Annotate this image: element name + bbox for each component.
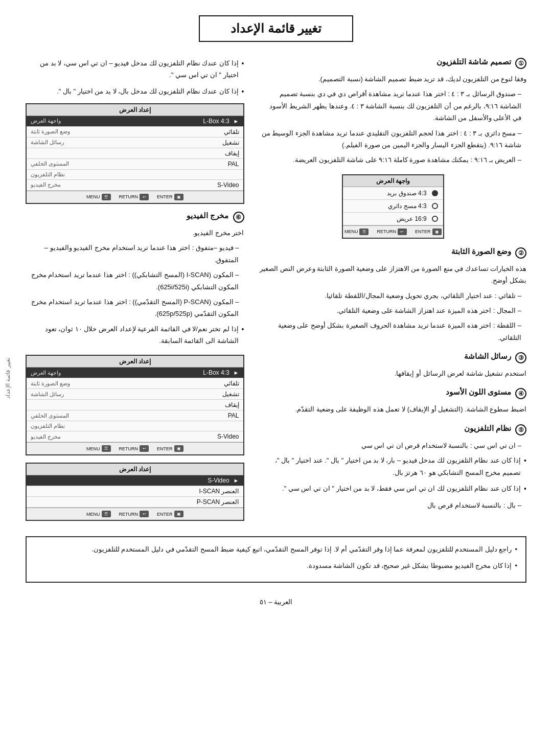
- section-messages-num: ③: [515, 352, 526, 363]
- section-tv-design-header: ① تصميم شاشة التلفزيون: [260, 57, 527, 69]
- section-video-output: ⑥ مخرج الفيديو اختر مخرج الفيديو. فيديو …: [26, 211, 244, 347]
- aspect-row-2: 4:3 مسح دائري: [343, 200, 443, 213]
- dt1-row-4: إيقاف: [27, 148, 243, 159]
- section-messages-body: استخدم تشغيل شاشة لعرض الرسائل أو إيقافه…: [260, 368, 527, 379]
- section-still-image: ② وضع الصورة الثابتة هذه الخيارات تساعدك…: [260, 247, 527, 343]
- dt2-row-3: تشغيل رسائل الشاشة: [27, 389, 243, 400]
- dt2-row-2: تلقائي وضع الصورة ثابتة: [27, 378, 243, 389]
- left-bullet-2: إذا كان عندك نظام التلفزيون لك مدخل بال،…: [26, 85, 244, 98]
- section-still-image-title: وضع الصورة الثابتة: [451, 247, 511, 256]
- bottom-note-2: إذا كان مخرج الفيديو مضبوطا بشكل غير صحي…: [35, 560, 517, 571]
- video-output-bullet-1: إذا لم تختر نعم/لا في القائمة الفرعية لإ…: [26, 323, 244, 347]
- aspect-label-2: 4:3 مسح دائري: [388, 202, 426, 210]
- section-black-level: ④ مستوى اللون الأسود اضبط سطوع الشاشة. (…: [260, 387, 527, 415]
- radio-dot-2: [432, 203, 438, 209]
- display-table-1: إعداد العرض ► 4:3 L-Box واجهة العرض تلقا…: [26, 103, 244, 204]
- page-title-box: تغيير قائمة الإعداد: [199, 15, 353, 42]
- dt1-row-1: ► 4:3 L-Box واجهة العرض: [27, 116, 243, 127]
- bottom-notes-list: راجع دليل المستخدم للتلفزيون لمعرفة عما …: [35, 543, 517, 571]
- aspect-table-header: واجهة العرض: [343, 175, 443, 187]
- right-col: ① تصميم شاشة التلفزيون وفقا لنوع من التل…: [260, 57, 527, 528]
- section-messages: ③ رسائل الشاشة استخدم تشغيل شاشة لعرض ال…: [260, 352, 527, 379]
- aspect-row-1: 4:3 صندوق بريد: [343, 187, 443, 200]
- section-still-image-body: هذه الخيارات تساعدك في منع الصورة من الا…: [260, 263, 527, 343]
- section-video-output-header: ⑥ مخرج الفيديو: [26, 211, 244, 223]
- section-video-output-num: ⑥: [233, 212, 244, 223]
- tv-system-bullets: إذا كان عند نظام التلفزيون لك مدخل فيديو…: [260, 454, 527, 495]
- section-tv-system-header: ⑤ نظام التلفزيون: [260, 424, 527, 436]
- section-black-level-num: ④: [515, 388, 526, 399]
- radio-dot-3: [432, 216, 438, 222]
- return-btn: ↩ RETURN: [377, 228, 407, 235]
- aspect-label-3: 16:9 عريض: [397, 215, 427, 222]
- section-video-output-title: مخرج الفيديو: [187, 211, 228, 220]
- section-tv-system-title: نظام التلفزيون: [464, 424, 511, 433]
- dt2-row-4: إيقاف: [27, 400, 243, 410]
- dt2-row-7: S-Video مخرج الفيديو: [27, 431, 243, 442]
- aspect-table: واجهة العرض 4:3 صندوق بريد 4:3 مسح دائري…: [342, 174, 444, 239]
- section-tv-design: ① تصميم شاشة التلفزيون وفقا لنوع من التل…: [260, 57, 527, 239]
- dt2-footer: ▣ ENTER ↩ RETURN ☰ MENU: [27, 442, 243, 454]
- section-tv-system-num: ⑤: [515, 424, 526, 436]
- section-still-image-header: ② وضع الصورة الثابتة: [260, 247, 527, 259]
- aspect-row-3: 16:9 عريض: [343, 213, 443, 225]
- main-content: ① تصميم شاشة التلفزيون وفقا لنوع من التل…: [26, 57, 526, 528]
- enter-btn: ▣ ENTER: [415, 228, 442, 235]
- menu-btn: ☰ MENU: [344, 228, 369, 235]
- dt3-row-2: العنصر I-SCAN: [27, 486, 243, 497]
- dt1-row-7: S-Video مخرج الفيديو: [27, 180, 243, 191]
- display-table-3: إعداد العرض ► S-Video العنصر I-SCAN العن…: [26, 463, 244, 521]
- display-table-2: إعداد العرض ► 4:3 L-Box واجهة العرض تلقا…: [26, 355, 244, 455]
- section-still-image-num: ②: [515, 247, 526, 259]
- dt3-row-3: العنصر P-SCAN: [27, 497, 243, 508]
- dt2-row-1: ► 4:3 L-Box واجهة العرض: [27, 368, 243, 378]
- tv-system-bullet-1: إذا كان عند نظام التلفزيون لك مدخل فيديو…: [260, 454, 527, 478]
- dt1-row-5: PAL المستوى الخلفي: [27, 159, 243, 170]
- dt1-row-2: تلقائي وضع الصورة ثابتة: [27, 127, 243, 138]
- dt3-row-1: ► S-Video: [27, 475, 243, 486]
- section-tv-system: ⑤ نظام التلفزيون ان تي اس سي : بالنسبة ل…: [260, 424, 527, 512]
- display-table-1-header: إعداد العرض: [27, 104, 243, 116]
- dt1-row-3: تشغيل رسائل الشاشة: [27, 138, 243, 148]
- dt2-row-6: نظام التلفزيون: [27, 421, 243, 431]
- left-tv-system-bullets: إذا كان عندك نظام التلفزيون لك مدخل فيدي…: [26, 57, 244, 98]
- tv-system-bullet-2: إذا كان عند نظام التلفزيون لك ان تي اس س…: [260, 483, 527, 495]
- dt1-footer: ▣ ENTER ↩ RETURN ☰ MENU: [27, 191, 243, 203]
- section-video-output-body: اختر مخرج الفيديو. فيديو –متفوق : اختر ه…: [26, 227, 244, 347]
- section-tv-design-title: تصميم شاشة التلفزيون: [436, 57, 511, 66]
- left-bullet-1: إذا كان عندك نظام التلفزيون لك مدخل فيدي…: [26, 57, 244, 81]
- bottom-note-1: راجع دليل المستخدم للتلفزيون لمعرفة عما …: [35, 543, 517, 555]
- video-output-bullets: إذا لم تختر نعم/لا في القائمة الفرعية لإ…: [26, 323, 244, 347]
- page-container: تغيير قائمة الإعداد ① تصميم شاشة التلفزي…: [0, 0, 552, 756]
- dt2-row-5: PAL المستوى الخلفي: [27, 410, 243, 421]
- aspect-label-1: 4:3 صندوق بريد: [387, 190, 426, 197]
- aspect-table-footer: ▣ ENTER ↩ RETURN ☰ MENU: [343, 225, 443, 238]
- dt1-row-6: نظام التلفزيون: [27, 170, 243, 180]
- section-messages-header: ③ رسائل الشاشة: [260, 352, 527, 363]
- section-tv-design-body: وفقا لنوع من التلفزيون لديك، قد تريد ضبط…: [260, 73, 527, 166]
- dt2-header: إعداد العرض: [27, 356, 243, 368]
- dt3-header: إعداد العرض: [27, 464, 243, 475]
- section-messages-title: رسائل الشاشة: [464, 352, 511, 361]
- section-tv-design-num: ①: [515, 58, 526, 69]
- left-col: إذا كان عندك نظام التلفزيون لك مدخل فيدي…: [26, 57, 244, 528]
- section-black-level-body: اضبط سطوع الشاشة. (التشغيل أو الإيقاف) ل…: [260, 403, 527, 415]
- section-tv-system-body: ان تي اس سي : بالنسبة لاستخدام قرص ان تي…: [260, 440, 527, 512]
- page-footer: العربية – ٥١: [26, 598, 526, 606]
- radio-dot-1: [432, 190, 438, 196]
- page-number: العربية – ٥١: [260, 598, 292, 606]
- page-title: تغيير قائمة الإعداد: [231, 21, 321, 35]
- section-black-level-header: ④ مستوى اللون الأسود: [260, 387, 527, 399]
- dt3-footer: ▣ ENTER ↩ RETURN ☰ MENU: [27, 508, 243, 520]
- bottom-notes-box: راجع دليل المستخدم للتلفزيون لمعرفة عما …: [26, 536, 526, 583]
- side-label: تغيير قائمة الإعداد: [4, 358, 11, 398]
- section-black-level-title: مستوى اللون الأسود: [446, 387, 511, 397]
